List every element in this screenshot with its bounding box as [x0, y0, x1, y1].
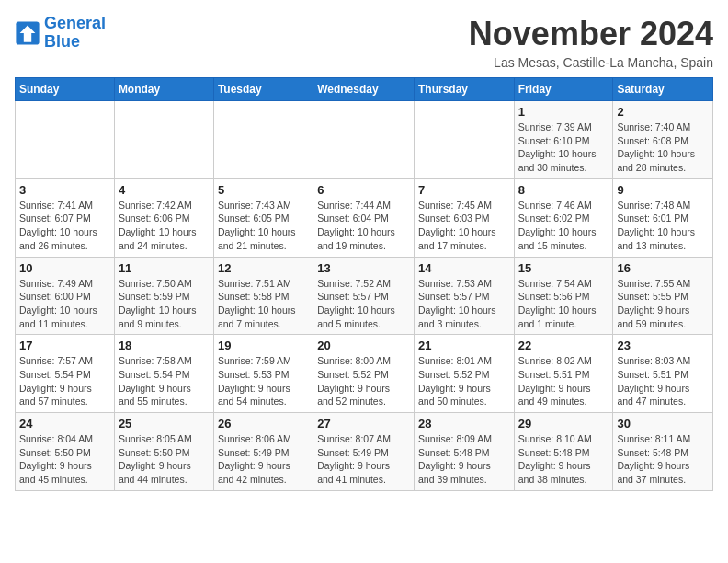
- calendar-cell: [313, 101, 415, 179]
- day-number: 28: [418, 417, 510, 431]
- day-number: 9: [617, 183, 709, 197]
- day-number: 5: [218, 183, 309, 197]
- day-number: 17: [19, 339, 110, 352]
- calendar-cell: 4Sunrise: 7:42 AM Sunset: 6:06 PM Daylig…: [114, 178, 213, 257]
- calendar-cell: 10Sunrise: 7:49 AM Sunset: 6:00 PM Dayli…: [16, 257, 115, 335]
- calendar-cell: 2Sunrise: 7:40 AM Sunset: 6:08 PM Daylig…: [613, 101, 713, 179]
- day-info: Sunrise: 7:50 AM Sunset: 5:59 PM Dayligh…: [119, 277, 210, 331]
- day-info: Sunrise: 7:48 AM Sunset: 6:01 PM Dayligh…: [617, 199, 709, 253]
- calendar-cell: [213, 101, 313, 179]
- calendar-week-3: 10Sunrise: 7:49 AM Sunset: 6:00 PM Dayli…: [16, 257, 713, 335]
- day-info: Sunrise: 8:00 AM Sunset: 5:52 PM Dayligh…: [317, 354, 410, 408]
- weekday-header-friday: Friday: [514, 78, 613, 101]
- day-number: 24: [19, 417, 110, 431]
- day-info: Sunrise: 8:02 AM Sunset: 5:51 PM Dayligh…: [518, 354, 609, 408]
- day-info: Sunrise: 7:49 AM Sunset: 6:00 PM Dayligh…: [19, 277, 110, 331]
- day-number: 19: [218, 339, 309, 352]
- day-number: 22: [518, 339, 609, 352]
- day-info: Sunrise: 7:40 AM Sunset: 6:08 PM Dayligh…: [617, 121, 709, 175]
- calendar-cell: 7Sunrise: 7:45 AM Sunset: 6:03 PM Daylig…: [414, 178, 514, 257]
- weekday-header-thursday: Thursday: [414, 78, 514, 101]
- day-number: 21: [418, 339, 510, 352]
- calendar-cell: 20Sunrise: 8:00 AM Sunset: 5:52 PM Dayli…: [313, 335, 415, 413]
- calendar-cell: 17Sunrise: 7:57 AM Sunset: 5:54 PM Dayli…: [16, 335, 115, 413]
- day-number: 30: [617, 417, 709, 431]
- day-number: 27: [317, 417, 410, 431]
- day-number: 12: [218, 261, 309, 275]
- calendar-cell: [16, 101, 115, 179]
- day-info: Sunrise: 7:54 AM Sunset: 5:56 PM Dayligh…: [518, 277, 609, 331]
- calendar-cell: 15Sunrise: 7:54 AM Sunset: 5:56 PM Dayli…: [514, 257, 613, 335]
- calendar-week-5: 24Sunrise: 8:04 AM Sunset: 5:50 PM Dayli…: [16, 413, 713, 491]
- day-number: 14: [418, 261, 510, 275]
- day-info: Sunrise: 7:46 AM Sunset: 6:02 PM Dayligh…: [518, 199, 609, 253]
- calendar-week-2: 3Sunrise: 7:41 AM Sunset: 6:07 PM Daylig…: [16, 178, 713, 257]
- calendar-week-1: 1Sunrise: 7:39 AM Sunset: 6:10 PM Daylig…: [16, 101, 713, 179]
- day-info: Sunrise: 7:51 AM Sunset: 5:58 PM Dayligh…: [218, 277, 309, 331]
- calendar-cell: 13Sunrise: 7:52 AM Sunset: 5:57 PM Dayli…: [313, 257, 415, 335]
- weekday-header-wednesday: Wednesday: [313, 78, 415, 101]
- title-area: November 2024 Las Mesas, Castille-La Man…: [469, 15, 713, 70]
- day-number: 13: [317, 261, 410, 275]
- calendar-cell: 6Sunrise: 7:44 AM Sunset: 6:04 PM Daylig…: [313, 178, 415, 257]
- calendar-cell: 14Sunrise: 7:53 AM Sunset: 5:57 PM Dayli…: [414, 257, 514, 335]
- day-info: Sunrise: 7:42 AM Sunset: 6:06 PM Dayligh…: [119, 199, 210, 253]
- day-info: Sunrise: 8:05 AM Sunset: 5:50 PM Dayligh…: [119, 432, 210, 487]
- calendar-cell: 9Sunrise: 7:48 AM Sunset: 6:01 PM Daylig…: [613, 178, 713, 257]
- day-number: 10: [19, 261, 110, 275]
- day-info: Sunrise: 8:03 AM Sunset: 5:51 PM Dayligh…: [617, 354, 709, 408]
- day-info: Sunrise: 8:06 AM Sunset: 5:49 PM Dayligh…: [218, 432, 309, 487]
- calendar-table: SundayMondayTuesdayWednesdayThursdayFrid…: [15, 77, 713, 491]
- calendar-cell: 8Sunrise: 7:46 AM Sunset: 6:02 PM Daylig…: [514, 178, 613, 257]
- calendar-cell: 18Sunrise: 7:58 AM Sunset: 5:54 PM Dayli…: [114, 335, 213, 413]
- day-info: Sunrise: 7:58 AM Sunset: 5:54 PM Dayligh…: [119, 354, 210, 408]
- day-info: Sunrise: 8:11 AM Sunset: 5:48 PM Dayligh…: [617, 432, 709, 487]
- day-info: Sunrise: 8:04 AM Sunset: 5:50 PM Dayligh…: [19, 432, 110, 487]
- day-info: Sunrise: 7:55 AM Sunset: 5:55 PM Dayligh…: [617, 277, 709, 331]
- calendar-cell: 5Sunrise: 7:43 AM Sunset: 6:05 PM Daylig…: [213, 178, 313, 257]
- calendar-cell: 11Sunrise: 7:50 AM Sunset: 5:59 PM Dayli…: [114, 257, 213, 335]
- day-info: Sunrise: 7:52 AM Sunset: 5:57 PM Dayligh…: [317, 277, 410, 331]
- weekday-header-monday: Monday: [114, 78, 213, 101]
- logo-icon: [15, 20, 40, 46]
- day-number: 2: [617, 105, 709, 119]
- calendar-cell: 3Sunrise: 7:41 AM Sunset: 6:07 PM Daylig…: [16, 178, 115, 257]
- location: Las Mesas, Castille-La Mancha, Spain: [469, 55, 713, 70]
- day-number: 15: [518, 261, 609, 275]
- weekday-header-sunday: Sunday: [16, 78, 115, 101]
- calendar-week-4: 17Sunrise: 7:57 AM Sunset: 5:54 PM Dayli…: [16, 335, 713, 413]
- calendar-cell: 12Sunrise: 7:51 AM Sunset: 5:58 PM Dayli…: [213, 257, 313, 335]
- day-info: Sunrise: 7:39 AM Sunset: 6:10 PM Dayligh…: [518, 121, 609, 175]
- page-header: General Blue November 2024 Las Mesas, Ca…: [15, 15, 713, 70]
- month-title: November 2024: [469, 15, 713, 53]
- day-info: Sunrise: 7:53 AM Sunset: 5:57 PM Dayligh…: [418, 277, 510, 331]
- day-info: Sunrise: 8:10 AM Sunset: 5:48 PM Dayligh…: [518, 432, 609, 487]
- day-number: 7: [418, 183, 510, 197]
- day-info: Sunrise: 8:09 AM Sunset: 5:48 PM Dayligh…: [418, 432, 510, 487]
- logo-text: General Blue: [44, 15, 106, 52]
- day-number: 8: [518, 183, 609, 197]
- day-number: 6: [317, 183, 410, 197]
- day-info: Sunrise: 7:41 AM Sunset: 6:07 PM Dayligh…: [19, 199, 110, 253]
- day-number: 20: [317, 339, 410, 352]
- calendar-cell: 19Sunrise: 7:59 AM Sunset: 5:53 PM Dayli…: [213, 335, 313, 413]
- day-info: Sunrise: 7:45 AM Sunset: 6:03 PM Dayligh…: [418, 199, 510, 253]
- logo: General Blue: [15, 15, 106, 52]
- day-number: 25: [119, 417, 210, 431]
- day-number: 23: [617, 339, 709, 352]
- weekday-header-tuesday: Tuesday: [213, 78, 313, 101]
- calendar-cell: 25Sunrise: 8:05 AM Sunset: 5:50 PM Dayli…: [114, 413, 213, 491]
- calendar-cell: [414, 101, 514, 179]
- weekday-header-saturday: Saturday: [613, 78, 713, 101]
- calendar-cell: 29Sunrise: 8:10 AM Sunset: 5:48 PM Dayli…: [514, 413, 613, 491]
- day-info: Sunrise: 8:07 AM Sunset: 5:49 PM Dayligh…: [317, 432, 410, 487]
- day-number: 29: [518, 417, 609, 431]
- day-info: Sunrise: 8:01 AM Sunset: 5:52 PM Dayligh…: [418, 354, 510, 408]
- day-info: Sunrise: 7:43 AM Sunset: 6:05 PM Dayligh…: [218, 199, 309, 253]
- calendar-cell: 30Sunrise: 8:11 AM Sunset: 5:48 PM Dayli…: [613, 413, 713, 491]
- day-info: Sunrise: 7:44 AM Sunset: 6:04 PM Dayligh…: [317, 199, 410, 253]
- calendar-header-row: SundayMondayTuesdayWednesdayThursdayFrid…: [16, 78, 713, 101]
- day-number: 11: [119, 261, 210, 275]
- day-number: 26: [218, 417, 309, 431]
- calendar-cell: 16Sunrise: 7:55 AM Sunset: 5:55 PM Dayli…: [613, 257, 713, 335]
